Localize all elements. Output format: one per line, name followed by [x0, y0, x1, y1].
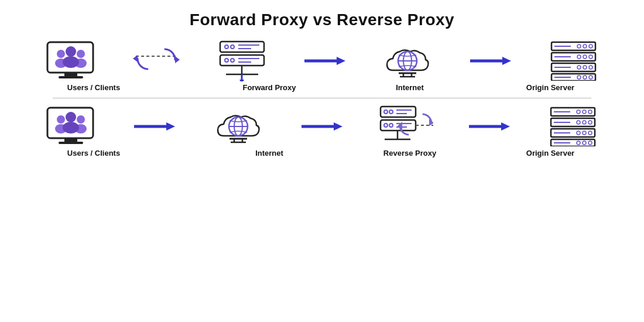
svg-point-62 — [77, 115, 85, 124]
svg-point-13 — [225, 45, 228, 49]
svg-point-98 — [588, 110, 592, 114]
svg-rect-17 — [220, 55, 264, 66]
forward-proxy-icon — [217, 40, 267, 81]
users-clients-bottom-node — [39, 105, 103, 148]
origin-server-bottom-node — [540, 107, 605, 146]
users-clients-top-node — [39, 40, 103, 82]
svg-marker-67 — [166, 122, 175, 131]
origin-server-bottom-icon — [548, 107, 598, 146]
label-internet-top: Internet — [378, 83, 442, 93]
origin-server-top-icon — [549, 41, 598, 81]
svg-point-3 — [57, 50, 65, 58]
reverse-proxy-icon — [378, 105, 433, 148]
svg-point-101 — [577, 121, 580, 124]
label-origin-server-bottom: Origin Server — [518, 149, 583, 159]
bottom-row-labels: Users / Clients Internet Reverse Proxy O… — [18, 149, 626, 159]
svg-point-108 — [588, 131, 592, 135]
label-reverse-proxy: Reverse Proxy — [378, 149, 442, 159]
svg-point-5 — [77, 50, 85, 58]
svg-rect-2 — [59, 76, 83, 78]
svg-rect-59 — [59, 142, 83, 144]
svg-point-18 — [225, 59, 228, 62]
svg-marker-76 — [334, 122, 342, 131]
svg-rect-77 — [381, 107, 416, 117]
label-origin-server-top: Origin Server — [518, 83, 583, 93]
arrow-users-to-internet-bottom — [134, 118, 175, 135]
svg-marker-10 — [175, 56, 180, 63]
svg-marker-93 — [501, 122, 510, 131]
svg-marker-27 — [337, 57, 345, 65]
monitor-users-top-icon — [44, 40, 97, 82]
svg-marker-36 — [502, 57, 511, 65]
svg-rect-58 — [64, 138, 77, 142]
monitor-users-bottom-icon — [44, 105, 97, 148]
svg-point-51 — [589, 66, 592, 69]
svg-point-97 — [583, 110, 586, 114]
svg-point-45 — [583, 55, 587, 59]
arrow-rproxy-to-server-bottom — [469, 118, 510, 135]
svg-point-54 — [577, 76, 581, 79]
svg-marker-11 — [133, 55, 138, 62]
svg-point-107 — [583, 131, 586, 135]
svg-point-96 — [577, 110, 580, 114]
diagram-area: Users / Clients Forward Proxy Internet O… — [0, 35, 644, 159]
svg-point-78 — [384, 110, 388, 114]
internet-bottom-node — [206, 105, 270, 148]
svg-point-112 — [583, 141, 586, 145]
svg-point-83 — [384, 124, 388, 127]
svg-point-106 — [577, 131, 580, 135]
arrow-internet-to-server-top — [470, 52, 511, 70]
internet-globe-bottom-icon — [212, 105, 265, 148]
label-users-clients-bottom: Users / Clients — [61, 149, 126, 159]
internet-globe-top-icon — [381, 40, 434, 82]
label-forward-proxy: Forward Proxy — [237, 83, 302, 93]
svg-point-65 — [63, 122, 79, 133]
svg-marker-25 — [239, 80, 244, 81]
svg-point-8 — [63, 56, 79, 68]
svg-point-39 — [577, 44, 581, 48]
reverse-proxy-node — [374, 105, 438, 148]
arrow-internet-to-rproxy — [302, 118, 342, 135]
svg-point-46 — [589, 55, 592, 59]
page-title: Forward Proxy vs Reverse Proxy — [0, 0, 644, 35]
svg-point-60 — [57, 115, 65, 124]
svg-point-40 — [583, 44, 587, 48]
svg-point-41 — [589, 44, 592, 48]
label-users-clients-top: Users / Clients — [61, 83, 126, 93]
internet-top-node — [375, 40, 440, 82]
svg-point-113 — [588, 141, 592, 145]
svg-point-55 — [583, 76, 587, 79]
svg-point-111 — [577, 141, 580, 145]
arrow-users-to-fproxy — [133, 43, 180, 78]
svg-point-44 — [577, 55, 581, 59]
bottom-row-icons — [18, 101, 626, 149]
svg-point-64 — [66, 112, 76, 122]
label-internet-bottom: Internet — [237, 149, 302, 159]
top-row-labels: Users / Clients Forward Proxy Internet O… — [18, 83, 626, 93]
svg-point-56 — [589, 76, 592, 79]
svg-point-79 — [389, 110, 393, 114]
svg-rect-12 — [220, 42, 264, 52]
origin-server-top-node — [541, 41, 605, 81]
svg-point-49 — [577, 66, 581, 69]
svg-point-84 — [389, 124, 393, 127]
svg-point-102 — [583, 121, 586, 124]
svg-point-50 — [583, 66, 587, 69]
svg-point-103 — [588, 121, 592, 124]
svg-point-7 — [66, 46, 76, 57]
svg-rect-1 — [64, 73, 77, 76]
svg-rect-82 — [381, 120, 416, 131]
top-row-icons — [18, 35, 626, 83]
svg-point-19 — [231, 59, 234, 62]
forward-proxy-node — [210, 40, 275, 81]
arrow-fproxy-to-internet — [304, 52, 345, 70]
svg-point-14 — [231, 45, 234, 49]
section-divider — [53, 98, 591, 98]
